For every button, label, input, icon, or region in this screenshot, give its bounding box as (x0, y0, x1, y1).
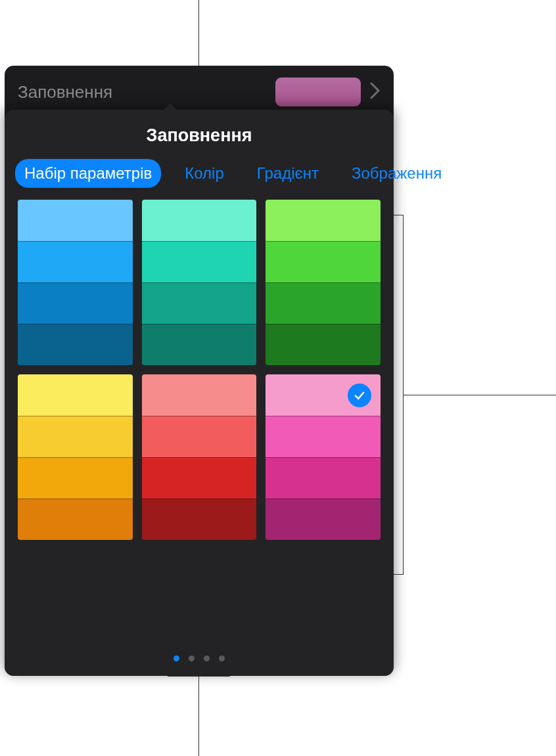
swatch-group (18, 200, 133, 365)
color-swatch[interactable] (266, 416, 381, 457)
checkmark-icon (348, 384, 371, 407)
fill-header-label: Заповнення (18, 82, 266, 102)
fill-color-preview[interactable] (275, 78, 361, 106)
color-swatch[interactable] (142, 457, 257, 499)
color-swatch[interactable] (142, 282, 257, 324)
color-swatch[interactable] (18, 374, 133, 416)
color-swatch[interactable] (18, 457, 133, 499)
color-swatch[interactable] (18, 416, 133, 457)
page-dot[interactable] (174, 656, 179, 661)
color-swatch[interactable] (266, 499, 381, 540)
color-swatch[interactable] (266, 200, 381, 241)
page-dots[interactable] (5, 656, 394, 661)
fill-popover: Заповнення Набір параметрівКолірГрадієнт… (5, 110, 394, 676)
callout-line-bottom (198, 677, 199, 756)
swatch-group (266, 374, 381, 540)
swatch-group (266, 200, 381, 365)
page-dot[interactable] (204, 656, 210, 661)
color-swatch[interactable] (142, 324, 257, 365)
callout-line-right (404, 395, 556, 395)
tab-color[interactable]: Колір (175, 159, 233, 188)
color-swatch[interactable] (142, 241, 257, 282)
fill-tabs: Набір параметрівКолірГрадієнтЗображення (5, 159, 394, 200)
color-swatch[interactable] (142, 416, 257, 457)
color-swatch[interactable] (266, 282, 381, 324)
color-swatch[interactable] (18, 200, 133, 241)
color-swatch[interactable] (266, 241, 381, 282)
color-swatch[interactable] (142, 200, 257, 241)
tab-preset[interactable]: Набір параметрів (15, 159, 161, 188)
swatch-group (18, 374, 133, 540)
color-swatch[interactable] (142, 499, 257, 540)
tab-gradient[interactable]: Градієнт (248, 159, 328, 188)
page-dot[interactable] (189, 656, 195, 661)
swatch-group (142, 374, 257, 540)
page-dot[interactable] (219, 656, 225, 661)
popover-title: Заповнення (5, 110, 394, 159)
color-swatch[interactable] (142, 374, 257, 416)
tab-image[interactable]: Зображення (342, 159, 451, 188)
color-swatch[interactable] (266, 457, 381, 499)
color-swatch[interactable] (18, 324, 133, 365)
swatch-group (142, 200, 257, 365)
chevron-right-icon (370, 82, 381, 102)
color-swatch[interactable] (18, 241, 133, 282)
color-swatch[interactable] (266, 324, 381, 365)
swatch-grid (5, 200, 394, 540)
color-swatch[interactable] (18, 499, 133, 540)
color-swatch[interactable] (18, 282, 133, 324)
